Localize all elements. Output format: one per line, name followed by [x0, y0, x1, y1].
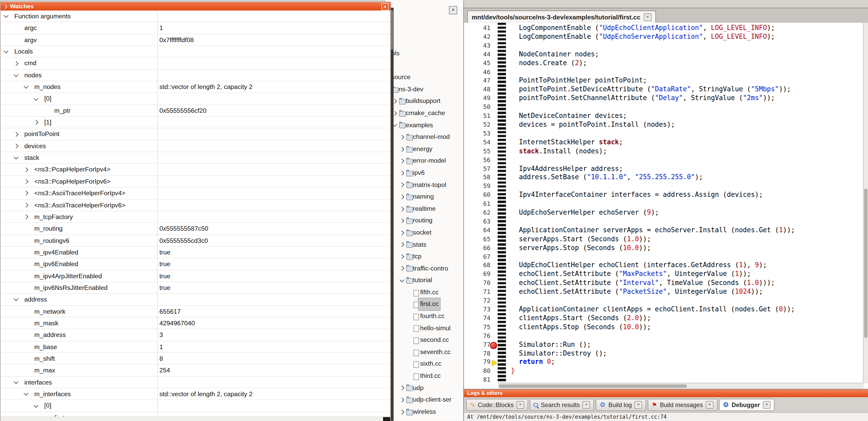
line-number[interactable]: 79 — [464, 358, 490, 367]
watch-row[interactable]: <ns3::PcapHelperForIpv6> — [1, 176, 390, 188]
expand-arrow-icon[interactable] — [400, 171, 404, 175]
tree-item[interactable]: routing — [385, 215, 464, 227]
tab-close-icon[interactable]: × — [583, 401, 590, 409]
line-number[interactable]: 63 — [464, 217, 490, 226]
column-divider[interactable] — [157, 10, 158, 417]
tree-item[interactable]: energy — [385, 143, 464, 155]
tree-item[interactable]: tutorial — [385, 274, 464, 287]
tab-close-icon[interactable]: × — [634, 401, 642, 409]
tree-item[interactable]: matrix-topol — [385, 179, 464, 191]
tree-item[interactable]: ns-3-dev — [385, 84, 464, 95]
watch-row[interactable]: m_ipv6NsRsJitterEnabledtrue — [1, 282, 390, 294]
tab-close-icon[interactable]: × — [517, 401, 524, 409]
line-number[interactable]: 70 — [464, 279, 490, 288]
tree-item[interactable]: third.cc — [385, 370, 464, 382]
watch-row[interactable]: m_routing0x555555587c50 — [1, 223, 390, 235]
code-editor[interactable]: 41 LogComponentEnable ("UdpEchoClientApp… — [464, 23, 863, 384]
watch-row[interactable]: interfaces — [1, 377, 390, 388]
tree-item[interactable]: second.cc — [385, 334, 464, 346]
scrollbar-thumb[interactable] — [864, 189, 867, 338]
watch-row[interactable]: m_tcpFactory — [1, 211, 390, 223]
watch-row[interactable]: stack — [1, 152, 390, 164]
watch-row[interactable]: m_interfacesstd::vector of length 2, cap… — [1, 388, 390, 400]
tree-item[interactable]: udp-client-ser — [385, 394, 464, 406]
tree-item[interactable]: naming — [385, 191, 464, 203]
logs-tab-build-messages[interactable]: ⚑Build messages× — [648, 399, 717, 411]
line-number[interactable]: 58 — [464, 173, 490, 182]
expand-arrow-icon[interactable] — [400, 410, 404, 414]
editor-horizontal-scrollbar[interactable] — [498, 383, 864, 389]
line-number[interactable]: 56 — [464, 156, 490, 164]
line-number[interactable]: 62 — [464, 208, 490, 217]
collapse-arrow-icon[interactable] — [34, 96, 38, 101]
collapse-arrow-icon[interactable] — [4, 48, 8, 53]
watch-row[interactable]: m_base1 — [1, 341, 390, 353]
line-number[interactable]: 48 — [464, 85, 490, 94]
resize-grip[interactable] — [383, 417, 390, 421]
line-number[interactable]: 78 — [464, 349, 490, 358]
watch-row[interactable]: Locals — [1, 46, 390, 58]
tree-item[interactable]: wireless — [385, 406, 464, 418]
line-number[interactable]: 60 — [464, 191, 490, 200]
watches-horizontal-scrollbar[interactable] — [1, 417, 390, 421]
watch-row[interactable]: m_max254 — [1, 365, 390, 377]
tree-item[interactable]: examples — [385, 119, 464, 131]
tree-item[interactable]: channel-mod — [385, 131, 464, 143]
watch-row[interactable]: m_ipv4ArpJitterEnabledtrue — [1, 270, 390, 282]
watch-row[interactable]: pointToPoint — [1, 129, 390, 140]
collapse-arrow-icon[interactable] — [24, 84, 28, 89]
watch-row[interactable]: m_ipv4Enabledtrue — [1, 247, 390, 259]
line-number[interactable]: 51 — [464, 112, 490, 121]
line-number[interactable]: 52 — [464, 121, 490, 129]
collapse-arrow-icon[interactable] — [14, 379, 19, 384]
line-number[interactable]: 49 — [464, 94, 490, 103]
expand-arrow-icon[interactable] — [400, 386, 404, 390]
line-number[interactable]: 45 — [464, 59, 490, 68]
line-number[interactable]: 59 — [464, 182, 490, 191]
expand-arrow-icon[interactable] — [24, 203, 28, 207]
watch-row[interactable]: argv0x7fffffffdf08 — [1, 34, 390, 46]
line-number[interactable]: 68 — [464, 261, 490, 270]
breakpoint-icon[interactable] — [490, 342, 497, 349]
watch-row[interactable]: [1] — [1, 117, 390, 129]
watch-row[interactable]: m_address3 — [1, 329, 390, 341]
line-number[interactable]: 81 — [464, 376, 490, 383]
line-number[interactable]: 77 — [464, 341, 490, 349]
expand-arrow-icon[interactable] — [400, 159, 404, 163]
tree-item[interactable]: tcp — [385, 251, 464, 262]
expand-arrow-icon[interactable] — [24, 167, 28, 172]
tree-item[interactable] — [385, 60, 464, 71]
line-number[interactable]: 80 — [464, 367, 490, 376]
expand-arrow-icon[interactable] — [400, 194, 404, 199]
expand-arrow-icon[interactable] — [400, 230, 404, 235]
tree-item[interactable]: udp — [385, 382, 464, 394]
expand-arrow-icon[interactable] — [14, 132, 19, 136]
watch-row[interactable]: m_nodesstd::vector of length 2, capacity… — [1, 82, 390, 93]
tree-item[interactable]: ipv6 — [385, 167, 464, 179]
tree-item[interactable]: realtime — [385, 203, 464, 215]
line-number[interactable]: 69 — [464, 270, 490, 279]
watch-row[interactable]: [0] — [1, 400, 390, 412]
watch-row[interactable]: m_ptr0x55555556cf20 — [1, 105, 390, 117]
tab-close-icon[interactable]: × — [706, 401, 713, 409]
expand-arrow-icon[interactable] — [400, 397, 404, 402]
collapse-arrow-icon[interactable] — [400, 278, 404, 282]
line-number[interactable]: 67 — [464, 253, 490, 261]
expand-arrow-icon[interactable] — [400, 206, 404, 211]
watch-row[interactable]: devices — [1, 140, 390, 152]
line-number[interactable]: 42 — [464, 33, 490, 41]
expand-arrow-icon[interactable] — [34, 120, 38, 125]
collapse-arrow-icon[interactable] — [4, 13, 8, 18]
tree-item[interactable]: seventh.cc — [385, 346, 464, 358]
collapse-arrow-icon[interactable] — [14, 297, 19, 301]
watch-row[interactable]: argc1 — [1, 22, 390, 34]
line-number[interactable]: 73 — [464, 305, 490, 314]
watch-row[interactable]: nodes — [1, 70, 390, 82]
tree-item[interactable]: socket — [385, 227, 464, 239]
tree-item[interactable]: fourth.cc — [385, 310, 464, 322]
tree-item[interactable]: sixth.cc — [385, 358, 464, 370]
tree-item[interactable]: source — [385, 71, 464, 83]
expand-arrow-icon[interactable] — [400, 135, 404, 139]
expand-arrow-icon[interactable] — [400, 183, 404, 187]
line-number[interactable]: 57 — [464, 164, 490, 173]
